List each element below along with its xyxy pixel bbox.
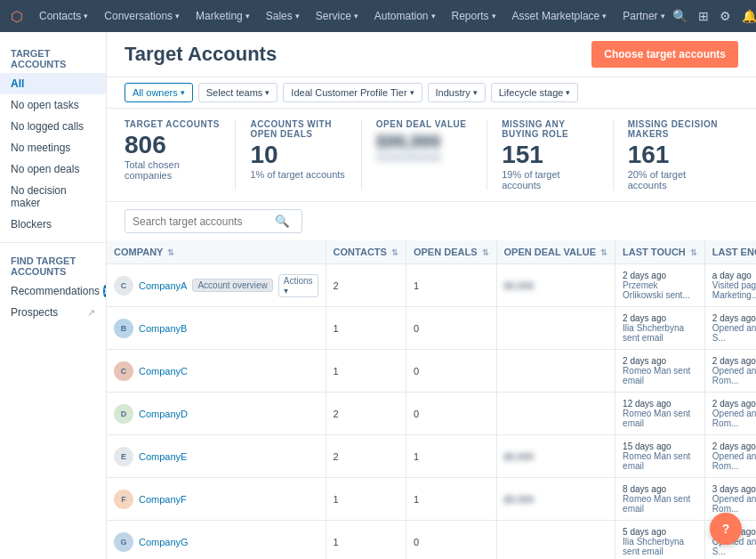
company-cell-4: E CompanyE — [107, 435, 326, 478]
company-name[interactable]: CompanyB — [139, 323, 187, 334]
all-owners-filter[interactable]: All owners ▾ — [125, 83, 193, 102]
company-cell-inner: F CompanyF — [114, 490, 318, 509]
table-area: 🔍 COMPANY ⇅ CONTACTS ⇅ OPEN DEALS ⇅ OPEN… — [107, 202, 756, 559]
industry-filter[interactable]: Industry ▾ — [428, 83, 486, 102]
last-engagement-value: 2 days ago — [712, 442, 756, 451]
sidebar-item-no-open-deals[interactable]: No open deals — [0, 158, 106, 180]
stat-open-deals-sub: 1% of target accounts — [250, 169, 346, 180]
company-cell-inner: D CompanyD — [114, 404, 318, 424]
contacts-cell: 2 — [326, 264, 406, 307]
company-cell-1: B CompanyB — [107, 307, 326, 350]
nav-conversations[interactable]: Conversations ▾ — [97, 0, 187, 32]
search-submit-button[interactable]: 🔍 — [268, 210, 297, 232]
choose-target-accounts-button[interactable]: Choose target accounts — [591, 41, 738, 68]
search-input[interactable] — [125, 211, 268, 232]
search-icon[interactable]: 🔍 — [672, 9, 688, 23]
company-name[interactable]: CompanyC — [139, 366, 188, 377]
contacts-cell: 2 — [326, 435, 406, 478]
last-touch-cell: 2 days agoRomeo Man sent email — [615, 350, 705, 393]
company-avatar: F — [114, 490, 133, 509]
notifications-icon[interactable]: 🔔 — [742, 9, 756, 23]
sidebar-item-no-logged-calls[interactable]: No logged calls — [0, 116, 106, 137]
company-avatar: B — [114, 319, 133, 338]
open-deals-cell: 0 — [406, 350, 496, 393]
sidebar-item-no-meetings[interactable]: No meetings — [0, 137, 106, 158]
company-name[interactable]: CompanyE — [139, 451, 187, 462]
sort-contacts-icon: ⇅ — [391, 248, 398, 257]
sort-open-deals-icon: ⇅ — [482, 248, 489, 257]
last-touch-sub: Romeo Man sent email — [623, 451, 697, 471]
deal-value-cell — [496, 521, 615, 560]
recommendations-label: Recommendations — [11, 285, 100, 297]
help-button[interactable]: ? — [710, 513, 742, 545]
last-touch-sub: Romeo Man sent email — [623, 366, 697, 385]
nav-partner[interactable]: Partner ▾ — [615, 0, 672, 32]
select-teams-filter[interactable]: Select teams ▾ — [198, 83, 278, 102]
nav-service[interactable]: Service ▾ — [309, 0, 366, 32]
account-overview-badge[interactable]: Account overview — [192, 279, 272, 292]
topnav-right: 🔍 ⊞ ⚙ 🔔 M MAN Digital — [672, 0, 756, 32]
last-touch-value: 15 days ago — [623, 442, 697, 451]
ideal-customer-label: Ideal Customer Profile Tier — [291, 87, 406, 98]
contacts-cell: 1 — [326, 521, 406, 560]
company-name[interactable]: CompanyD — [139, 409, 188, 419]
sidebar-item-no-decision-maker[interactable]: No decision maker — [0, 180, 106, 214]
sidebar-item-no-open-tasks[interactable]: No open tasks — [0, 94, 106, 116]
stat-decision-makers: MISSING DECISION MAKERS 161 20% of targe… — [614, 119, 738, 190]
prospects-ext-icon: ↗ — [87, 307, 95, 319]
sidebar: Target accounts All No open tasks No log… — [0, 32, 107, 559]
sidebar-section-title: Target accounts — [0, 43, 106, 73]
grid-icon[interactable]: ⊞ — [698, 9, 709, 23]
main-layout: Target accounts All No open tasks No log… — [0, 32, 756, 559]
company-name[interactable]: CompanyG — [139, 537, 189, 547]
deal-value-cell: $9,999 — [496, 478, 615, 521]
last-engagement-sub: Visited page 628 Marketing... — [712, 280, 756, 300]
nav-automation[interactable]: Automation ▾ — [367, 0, 443, 32]
company-name[interactable]: CompanyF — [139, 494, 187, 505]
nav-contacts[interactable]: Contacts ▾ — [32, 0, 95, 32]
nav-asset-marketplace[interactable]: Asset Marketplace ▾ — [505, 0, 615, 32]
select-teams-caret: ▾ — [265, 88, 269, 97]
last-touch-cell: 15 days agoRomeo Man sent email — [615, 435, 705, 478]
col-contacts[interactable]: CONTACTS ⇅ — [326, 240, 406, 264]
stat-decision-makers-value: 161 — [628, 142, 724, 167]
actions-button[interactable]: Actions ▾ — [278, 274, 318, 297]
col-company[interactable]: COMPANY ⇅ — [107, 240, 326, 264]
settings-icon[interactable]: ⚙ — [720, 9, 731, 23]
stats-row: TARGET ACCOUNTS 806 Total chosen compani… — [107, 109, 756, 202]
ideal-customer-caret: ▾ — [410, 88, 414, 97]
company-avatar: G — [114, 532, 133, 552]
last-touch-value: 2 days ago — [623, 356, 697, 366]
ideal-customer-filter[interactable]: Ideal Customer Profile Tier ▾ — [283, 83, 422, 102]
stat-deal-value-sub: XXXXXXXXXX — [376, 152, 472, 163]
stat-target-accounts: TARGET ACCOUNTS 806 Total chosen compani… — [125, 119, 236, 190]
contacts-cell: 1 — [326, 478, 406, 521]
nav-sales[interactable]: Sales ▾ — [259, 0, 307, 32]
company-cell-2: C CompanyC — [107, 350, 326, 393]
all-owners-caret: ▾ — [181, 88, 185, 97]
company-name[interactable]: CompanyA — [139, 280, 187, 291]
company-avatar: C — [114, 276, 133, 296]
sidebar-item-prospects[interactable]: Prospects ↗ — [0, 302, 106, 323]
company-avatar: D — [114, 404, 133, 424]
sidebar-item-recommendations[interactable]: Recommendations 1 — [0, 280, 106, 302]
last-touch-cell: 12 days agoRomeo Man sent email — [615, 393, 705, 435]
last-touch-cell: 5 days agoIlia Shcherbyna sent email — [615, 521, 705, 560]
col-open-deals[interactable]: OPEN DEALS ⇅ — [406, 240, 496, 264]
table-row: G CompanyG 105 days agoIlia Shcherbyna s… — [107, 521, 756, 560]
lifecycle-filter[interactable]: Lifecycle stage ▾ — [491, 83, 579, 102]
stat-open-deals-value: 10 — [250, 142, 346, 167]
company-cell-inner: C CompanyC — [114, 361, 318, 381]
col-last-engagement[interactable]: LAST ENGAGEMENT ↓ — [704, 240, 756, 264]
last-touch-value: 2 days ago — [623, 271, 697, 280]
lifecycle-label: Lifecycle stage — [499, 87, 564, 98]
sidebar-item-blockers[interactable]: Blockers — [0, 214, 106, 235]
last-engagement-sub: Opened an email from Rom... — [712, 451, 756, 471]
nav-marketing[interactable]: Marketing ▾ — [189, 0, 257, 32]
sidebar-item-all[interactable]: All — [0, 73, 106, 94]
last-engagement-sub: Opened an email from Ilia S... — [712, 323, 756, 343]
col-last-touch[interactable]: LAST TOUCH ⇅ — [615, 240, 705, 264]
sort-last-touch-icon: ⇅ — [690, 248, 697, 257]
nav-reports[interactable]: Reports ▾ — [445, 0, 503, 32]
col-deal-value[interactable]: OPEN DEAL VALUE ⇅ — [496, 240, 615, 264]
